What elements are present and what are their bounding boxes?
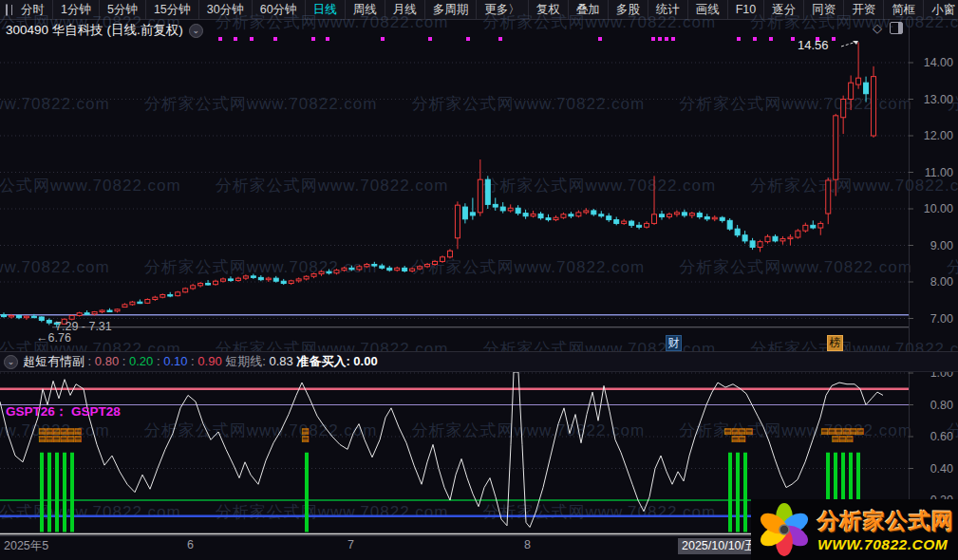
logo-site-name: 分析家公式网 — [817, 507, 954, 536]
price-tick-14.00: 14.00 — [911, 56, 953, 69]
toolbar-item-多股[interactable]: 多股 — [609, 0, 648, 19]
buy-signal-bars — [40, 453, 860, 532]
indicator-header-part: 0.10 — [163, 354, 187, 368]
flower-logo-icon — [755, 500, 814, 559]
ranking-badge[interactable]: 榜 — [827, 335, 843, 351]
stock-title-row: 300490 华自科技 (日线.前复权) ⌄ — [6, 22, 203, 39]
indicator-header-part: 准备买入: — [293, 354, 354, 368]
gold-stack-marker: ▤▤▤▤▤▤ — [723, 427, 752, 442]
indicator-header-part: : — [85, 354, 95, 368]
indicator-tick-0.60: 0.60 — [911, 430, 953, 443]
indicator-values: 超短有情副 : 0.80 : 0.20 : 0.10 : 0.90 短期线: 0… — [23, 353, 378, 370]
finance-badge[interactable]: 财 — [666, 335, 682, 351]
layout-icon[interactable] — [6, 4, 8, 16]
toolbar-item-复权[interactable]: 复权 — [529, 0, 569, 19]
indicator-header-part: 0.90 — [197, 354, 221, 368]
indicator-header-part: 短期线: — [222, 354, 270, 368]
toolbar-item-同资[interactable]: 同资 — [804, 0, 844, 19]
toolbar-item-1分钟[interactable]: 1分钟 — [53, 0, 100, 19]
signal-dots — [218, 37, 836, 41]
top-toolbar: 分时1分钟5分钟15分钟30分钟60分钟日线周线月线多周期更多〉复权叠加多股统计… — [0, 0, 958, 20]
gold-stack-marker: ▤▤▤▤▤▤▤▤▤ — [820, 427, 863, 442]
date-label-6: 6 — [187, 538, 194, 551]
price-tick-7.00: 7.00 — [911, 312, 953, 326]
toolbar-item-开资[interactable]: 开资 — [844, 0, 884, 19]
date-label-2025年5: 2025年5 — [4, 538, 48, 554]
toolbar-item-月线[interactable]: 月线 — [385, 0, 425, 19]
toolbar-item-统计[interactable]: 统计 — [648, 0, 688, 19]
stock-title: 300490 华自科技 (日线.前复权) — [6, 22, 183, 39]
toolbar-item-多周期[interactable]: 多周期 — [425, 0, 478, 19]
toolbar-item-15分钟[interactable]: 15分钟 — [146, 0, 199, 19]
price-tick-10.00: 10.00 — [911, 202, 953, 215]
diamond-icon[interactable]: ◇ — [873, 22, 882, 34]
toolbar-item-60分钟[interactable]: 60分钟 — [253, 0, 306, 19]
date-label-2025/10/10/五: 2025/10/10/五 — [678, 538, 761, 554]
toolbar-item-30分钟[interactable]: 30分钟 — [199, 0, 253, 19]
title-dropdown-icon[interactable]: ⌄ — [189, 24, 203, 38]
toolbar-item-画线[interactable]: 画线 — [688, 0, 728, 19]
indicator-header: ⌄ 超短有情副 : 0.80 : 0.20 : 0.10 : 0.90 短期线:… — [0, 351, 958, 372]
toolbar-item-F10[interactable]: F10 — [728, 0, 765, 19]
indicator-header-part: 0.83 — [269, 354, 292, 368]
price-tick-13.00: 13.00 — [911, 93, 953, 106]
indicator-header-part: 0.00 — [353, 354, 377, 368]
gspt-label: GSPT26： GSPT28 — [6, 403, 121, 420]
price-tick-12.00: 12.00 — [911, 129, 953, 142]
chart-corner-icons: ◇ — [873, 22, 903, 34]
indicator-dropdown-icon[interactable]: ⌄ — [4, 355, 18, 369]
price-tick-8.00: 8.00 — [911, 275, 953, 289]
indicator-header-part: : — [153, 354, 163, 368]
main-candlestick-chart[interactable] — [0, 19, 958, 351]
gold-stack-marker: ▤▤ — [301, 427, 309, 442]
indicator-tick-0.40: 0.40 — [911, 462, 953, 476]
trading-app-window: 分时1分钟5分钟15分钟30分钟60分钟日线周线月线多周期更多〉复权叠加多股统计… — [0, 0, 958, 560]
indicator-header-part: 0.20 — [129, 354, 153, 368]
toolbar-item-简框[interactable]: 简框 — [884, 0, 924, 19]
candles — [2, 42, 876, 327]
logo-site-url: WWW.70822.COM — [817, 536, 954, 553]
site-logo: 分析家公式网 WWW.70822.COM — [751, 499, 958, 560]
date-label-7: 7 — [348, 538, 354, 551]
high-price-annotation: 14.56 — [798, 38, 829, 52]
indicator-header-part: 超短有情副 — [23, 354, 85, 368]
toolbar-item-分时[interactable]: 分时 — [13, 0, 53, 19]
toolbar-item-小窗[interactable]: 小窗 — [924, 0, 958, 19]
indicator-header-part: : — [119, 354, 129, 368]
toolbar-item-周线[interactable]: 周线 — [346, 0, 385, 19]
indicator-header-part: : — [187, 354, 197, 368]
toolbar-item-5分钟[interactable]: 5分钟 — [100, 0, 146, 19]
gold-stack-marker: ▤▤▤▤▤▤▤▤▤▤▤▤ — [38, 427, 81, 442]
toolbar-item-更多〉[interactable]: 更多〉 — [477, 0, 529, 19]
toolbar-item-日线[interactable]: 日线 — [306, 0, 346, 19]
price-tick-11.00: 11.00 — [911, 166, 953, 179]
date-label-8: 8 — [524, 538, 531, 551]
indicator-tick-0.80: 0.80 — [911, 399, 953, 412]
pane-split-icon[interactable] — [890, 22, 903, 34]
toolbar-item-逐分[interactable]: 逐分 — [764, 0, 804, 19]
indicator-header-part: 0.80 — [95, 354, 119, 368]
toolbar-item-叠加[interactable]: 叠加 — [569, 0, 609, 19]
price-tick-9.00: 9.00 — [911, 239, 953, 252]
low-price-label: ←6.76 — [36, 331, 71, 345]
